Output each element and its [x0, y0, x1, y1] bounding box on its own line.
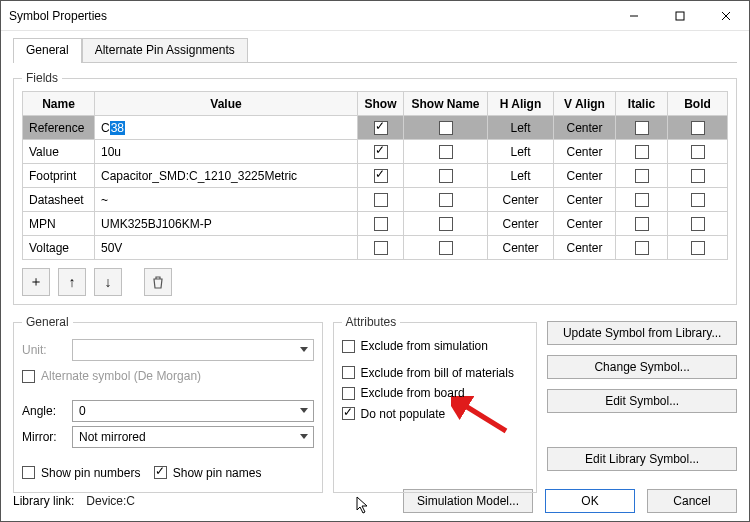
- dnp-checkbox[interactable]: [342, 407, 355, 420]
- checkbox[interactable]: [439, 169, 453, 183]
- tab-general[interactable]: General: [13, 38, 82, 63]
- cell[interactable]: 10u: [95, 140, 358, 164]
- cell[interactable]: Center: [488, 188, 554, 212]
- close-button[interactable]: [703, 1, 749, 30]
- cell[interactable]: [404, 164, 488, 188]
- checkbox[interactable]: [691, 193, 705, 207]
- cell[interactable]: Center: [488, 236, 554, 260]
- show-pin-names-checkbox[interactable]: [154, 466, 167, 479]
- maximize-button[interactable]: [657, 1, 703, 30]
- checkbox[interactable]: [374, 217, 388, 231]
- checkbox[interactable]: [439, 193, 453, 207]
- checkbox[interactable]: [635, 193, 649, 207]
- move-up-button[interactable]: ↑: [58, 268, 86, 296]
- checkbox[interactable]: [439, 121, 453, 135]
- exclude-bom-check[interactable]: Exclude from bill of materials: [342, 366, 514, 380]
- add-field-button[interactable]: ＋: [22, 268, 50, 296]
- delete-field-button[interactable]: [144, 268, 172, 296]
- move-down-button[interactable]: ↓: [94, 268, 122, 296]
- col-valign[interactable]: V Align: [554, 92, 616, 116]
- checkbox[interactable]: [439, 145, 453, 159]
- checkbox[interactable]: [374, 145, 388, 159]
- cell[interactable]: [358, 164, 404, 188]
- checkbox[interactable]: [439, 241, 453, 255]
- tab-alternate-pins[interactable]: Alternate Pin Assignments: [82, 38, 248, 63]
- cell[interactable]: [358, 140, 404, 164]
- cell[interactable]: Left: [488, 116, 554, 140]
- cell[interactable]: [616, 212, 668, 236]
- cell[interactable]: [668, 116, 728, 140]
- cell[interactable]: Center: [488, 212, 554, 236]
- cell[interactable]: Value: [23, 140, 95, 164]
- cell[interactable]: [404, 236, 488, 260]
- cell[interactable]: UMK325BJ106KM-P: [95, 212, 358, 236]
- col-italic[interactable]: Italic: [616, 92, 668, 116]
- checkbox[interactable]: [635, 241, 649, 255]
- cell[interactable]: Voltage: [23, 236, 95, 260]
- cell[interactable]: [404, 140, 488, 164]
- checkbox[interactable]: [691, 145, 705, 159]
- checkbox[interactable]: [691, 241, 705, 255]
- exclude-bom-checkbox[interactable]: [342, 366, 355, 379]
- cell[interactable]: Datasheet: [23, 188, 95, 212]
- cell[interactable]: Left: [488, 164, 554, 188]
- cell[interactable]: Center: [554, 236, 616, 260]
- table-row[interactable]: MPNUMK325BJ106KM-PCenterCenter: [23, 212, 728, 236]
- cell[interactable]: Center: [554, 212, 616, 236]
- checkbox[interactable]: [374, 193, 388, 207]
- cell[interactable]: [358, 188, 404, 212]
- edit-library-symbol-button[interactable]: Edit Library Symbol...: [547, 447, 737, 471]
- exclude-sim-check[interactable]: Exclude from simulation: [342, 339, 488, 353]
- col-show[interactable]: Show: [358, 92, 404, 116]
- show-pin-names-check[interactable]: Show pin names: [154, 466, 262, 480]
- cell[interactable]: Reference: [23, 116, 95, 140]
- cell[interactable]: [616, 164, 668, 188]
- cell[interactable]: [668, 188, 728, 212]
- show-pin-numbers-checkbox[interactable]: [22, 466, 35, 479]
- cell[interactable]: [616, 188, 668, 212]
- cell[interactable]: C38: [95, 116, 358, 140]
- angle-select[interactable]: 0: [72, 400, 314, 422]
- cell[interactable]: [358, 236, 404, 260]
- cell[interactable]: ~: [95, 188, 358, 212]
- cell[interactable]: 50V: [95, 236, 358, 260]
- cell[interactable]: [668, 164, 728, 188]
- checkbox[interactable]: [691, 217, 705, 231]
- exclude-board-checkbox[interactable]: [342, 387, 355, 400]
- checkbox[interactable]: [635, 121, 649, 135]
- cell[interactable]: [616, 236, 668, 260]
- cell[interactable]: [668, 212, 728, 236]
- change-symbol-button[interactable]: Change Symbol...: [547, 355, 737, 379]
- cell[interactable]: Center: [554, 140, 616, 164]
- dnp-check[interactable]: Do not populate: [342, 407, 446, 421]
- checkbox[interactable]: [635, 217, 649, 231]
- exclude-sim-checkbox[interactable]: [342, 340, 355, 353]
- cell[interactable]: [668, 140, 728, 164]
- checkbox[interactable]: [439, 217, 453, 231]
- minimize-button[interactable]: [611, 1, 657, 30]
- update-symbol-button[interactable]: Update Symbol from Library...: [547, 321, 737, 345]
- checkbox[interactable]: [374, 241, 388, 255]
- checkbox[interactable]: [374, 169, 388, 183]
- col-value[interactable]: Value: [95, 92, 358, 116]
- show-pin-numbers-check[interactable]: Show pin numbers: [22, 466, 140, 480]
- table-row[interactable]: Voltage50VCenterCenter: [23, 236, 728, 260]
- col-bold[interactable]: Bold: [668, 92, 728, 116]
- fields-table[interactable]: Name Value Show Show Name H Align V Alig…: [22, 91, 728, 260]
- edit-symbol-button[interactable]: Edit Symbol...: [547, 389, 737, 413]
- cell[interactable]: [358, 212, 404, 236]
- table-row[interactable]: Value10uLeftCenter: [23, 140, 728, 164]
- cell[interactable]: Left: [488, 140, 554, 164]
- cell[interactable]: Capacitor_SMD:C_1210_3225Metric: [95, 164, 358, 188]
- cell[interactable]: [358, 116, 404, 140]
- cell[interactable]: [404, 116, 488, 140]
- cell[interactable]: Center: [554, 188, 616, 212]
- col-halign[interactable]: H Align: [488, 92, 554, 116]
- cell[interactable]: Center: [554, 116, 616, 140]
- cell[interactable]: Footprint: [23, 164, 95, 188]
- col-showname[interactable]: Show Name: [404, 92, 488, 116]
- checkbox[interactable]: [691, 169, 705, 183]
- cell[interactable]: Center: [554, 164, 616, 188]
- cell[interactable]: [616, 140, 668, 164]
- checkbox[interactable]: [691, 121, 705, 135]
